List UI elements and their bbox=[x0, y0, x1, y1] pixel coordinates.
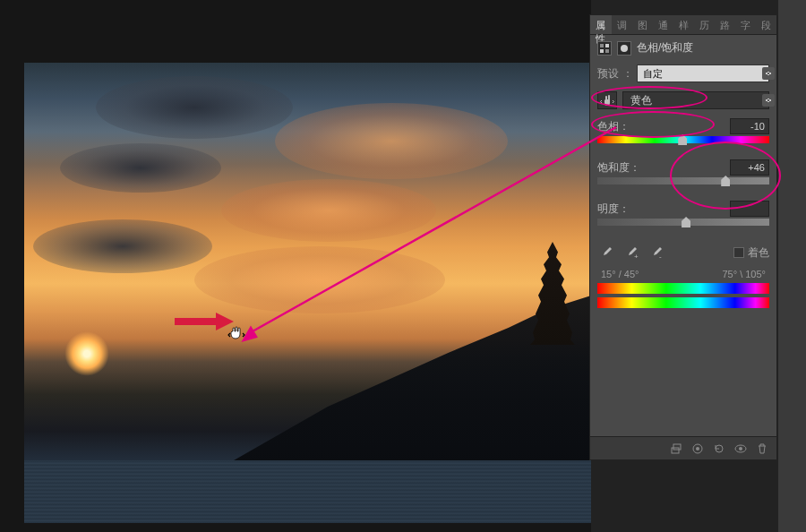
tab-layers[interactable]: 图 bbox=[632, 15, 653, 34]
lightness-value[interactable] bbox=[730, 201, 769, 217]
channel-row: 黄色 bbox=[590, 86, 776, 115]
scrub-tool-icon[interactable] bbox=[597, 91, 617, 109]
colorize-label: 着色 bbox=[748, 245, 769, 261]
saturation-value[interactable]: +46 bbox=[730, 159, 769, 176]
tab-channels[interactable]: 通 bbox=[653, 15, 673, 34]
svg-rect-6 bbox=[600, 49, 604, 53]
eyedropper-subtract-icon[interactable]: - bbox=[647, 244, 665, 262]
svg-text:-: - bbox=[659, 253, 662, 260]
svg-text:+: + bbox=[634, 253, 639, 260]
lightness-slider-group: 明度： bbox=[590, 197, 776, 238]
visibility-icon[interactable] bbox=[733, 442, 748, 456]
channel-value: 黄色 bbox=[630, 93, 652, 108]
preset-value: 自定 bbox=[643, 67, 663, 81]
checkbox-icon[interactable] bbox=[733, 247, 744, 258]
svg-point-14 bbox=[696, 447, 699, 450]
preset-row: 预设： 自定 bbox=[590, 61, 776, 86]
hue-label: 色相： bbox=[597, 119, 630, 134]
range-bars[interactable] bbox=[590, 281, 776, 319]
saturation-slider[interactable] bbox=[597, 177, 769, 186]
range-right: 75° \ 105° bbox=[722, 269, 766, 279]
adjustment-title: 色相/饱和度 bbox=[637, 40, 693, 56]
panel-dock bbox=[777, 0, 806, 532]
hue-slider[interactable] bbox=[597, 136, 769, 145]
eyedropper-add-icon[interactable]: + bbox=[622, 244, 640, 262]
sky bbox=[24, 63, 591, 339]
view-previous-icon[interactable] bbox=[690, 442, 705, 456]
range-left: 15° / 45° bbox=[601, 269, 639, 279]
annotation-arrow-icon bbox=[175, 310, 236, 333]
clip-to-layer-icon[interactable] bbox=[669, 442, 683, 456]
hue-slider-group: 色相： -10 bbox=[590, 115, 776, 156]
svg-rect-7 bbox=[605, 49, 609, 53]
adjustment-header: 色相/饱和度 bbox=[590, 35, 776, 61]
channel-select[interactable]: 黄色 bbox=[622, 91, 769, 109]
tab-styles[interactable]: 样 bbox=[673, 15, 694, 34]
tab-paths[interactable]: 路 bbox=[715, 15, 735, 34]
tab-para[interactable]: 段 bbox=[756, 15, 776, 34]
lightness-label: 明度： bbox=[597, 202, 630, 217]
adjustment-icon bbox=[597, 41, 612, 56]
svg-rect-12 bbox=[673, 444, 681, 450]
svg-marker-1 bbox=[216, 313, 234, 330]
range-readout: 15° / 45° 75° \ 105° bbox=[590, 267, 776, 281]
svg-rect-11 bbox=[672, 448, 679, 453]
saturation-label: 饱和度： bbox=[597, 160, 640, 176]
tab-history[interactable]: 历 bbox=[694, 15, 715, 34]
chevron-down-icon[interactable] bbox=[762, 67, 775, 80]
water bbox=[24, 460, 591, 523]
range-bar-top[interactable] bbox=[597, 283, 769, 294]
tab-adjustments[interactable]: 调 bbox=[612, 15, 632, 34]
properties-panel: 属性 调 图 通 样 历 路 字 段 色相/饱和度 预设： 自定 黄色 bbox=[589, 14, 777, 460]
eyedroppers: + - 着色 bbox=[590, 238, 776, 267]
canvas-area[interactable] bbox=[0, 0, 591, 532]
saturation-slider-group: 饱和度： +46 bbox=[590, 156, 776, 197]
sun bbox=[64, 331, 109, 376]
panel-tabs: 属性 调 图 通 样 历 路 字 段 bbox=[590, 15, 776, 35]
svg-point-16 bbox=[739, 447, 742, 450]
tab-char[interactable]: 字 bbox=[735, 15, 756, 34]
svg-rect-5 bbox=[605, 44, 609, 47]
hue-value[interactable]: -10 bbox=[730, 118, 769, 134]
mask-icon[interactable] bbox=[617, 41, 631, 56]
chevron-down-icon[interactable] bbox=[762, 94, 775, 107]
panel-footer bbox=[590, 436, 776, 459]
photo bbox=[24, 63, 591, 523]
svg-rect-4 bbox=[600, 44, 604, 47]
svg-point-8 bbox=[621, 45, 628, 52]
preset-label: 预设 bbox=[597, 66, 619, 82]
eyedropper-icon[interactable] bbox=[597, 244, 615, 262]
preset-select[interactable]: 自定 bbox=[637, 64, 769, 82]
tab-properties[interactable]: 属性 bbox=[590, 15, 612, 34]
reset-icon[interactable] bbox=[712, 442, 726, 456]
colorize-checkbox[interactable]: 着色 bbox=[733, 245, 769, 261]
lightness-slider[interactable] bbox=[597, 219, 769, 227]
range-bar-bottom[interactable] bbox=[597, 297, 769, 308]
trash-icon[interactable] bbox=[755, 442, 769, 456]
